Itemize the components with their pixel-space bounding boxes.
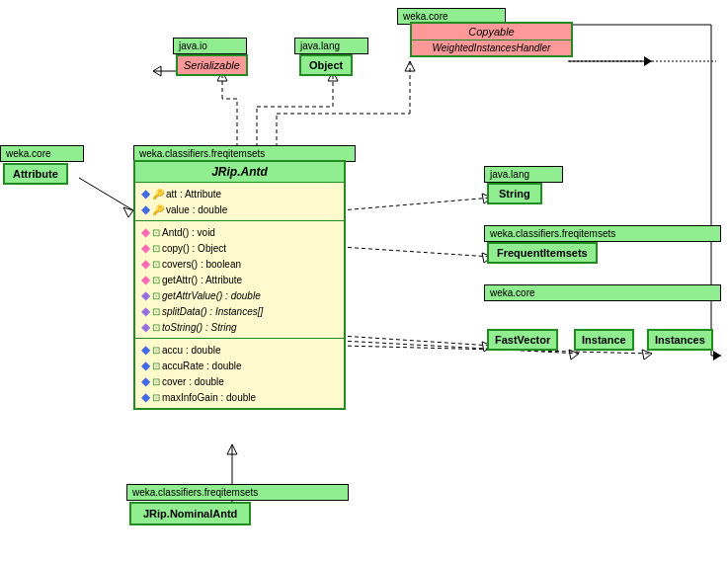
method-splitdata: ◆ ⊡ splitData() : Instances[] [141,303,338,319]
svg-line-24 [341,336,492,346]
class-serializable: Serializable [176,54,248,76]
attr-att: ◆ 🔑 att : Attribute [141,186,338,201]
class-jrip-antd-methods: ◆ ⊡ Antd() : void ◆ ⊡ copy() : Object ◆ … [135,221,344,339]
class-jrip-antd: JRip.Antd ◆ 🔑 att : Attribute ◆ 🔑 value … [133,160,346,410]
method-copy: ◆ ⊡ copy() : Object [141,240,338,256]
class-fastvector: FastVector [487,329,558,351]
attr-accurate: ◆ ⊡ accuRate : double [141,358,338,373]
class-object: Object [299,54,353,76]
method-getattrvalue: ◆ ⊡ getAttrValue() : double [141,287,338,303]
attr-cover: ◆ ⊡ cover : double [141,373,338,389]
package-java-lang-right: java.lang [484,166,563,183]
diagram-lines [0,0,728,562]
method-covers: ◆ ⊡ covers() : boolean [141,256,338,272]
attr-maxinfogain: ◆ ⊡ maxInfoGain : double [141,389,338,405]
attr-value: ◆ 🔑 value : double [141,201,338,217]
package-weka-classifiers-right: weka.classifiers.freqitemsets [484,225,721,242]
diagram-container: weka.core Copyable WeightedInstancesHand… [0,0,728,562]
svg-line-22 [341,247,492,257]
class-jrip-nominalantd: JRip.NominalAntd [129,502,251,525]
package-weka-core-bottom-right: weka.core [484,284,721,301]
attr-accu: ◆ ⊡ accu : double [141,342,338,358]
class-frequentitemsets: FrequentItemsets [487,242,598,264]
svg-marker-11 [405,61,415,71]
method-getattr: ◆ ⊡ getAttr() : Attribute [141,272,338,287]
class-copyable: Copyable [412,24,571,40]
class-jrip-antd-extra: ◆ ⊡ accu : double ◆ ⊡ accuRate : double … [135,339,344,408]
class-jrip-antd-attributes: ◆ 🔑 att : Attribute ◆ 🔑 value : double [135,183,344,221]
class-string: String [487,183,542,204]
class-instances: Instances [647,329,713,351]
svg-marker-31 [227,444,237,454]
svg-marker-19 [123,207,133,217]
svg-marker-27 [569,350,579,360]
package-weka-core-left: weka.core [0,145,84,162]
package-java-io: java.io [173,38,247,54]
class-jrip-antd-header: JRip.Antd [135,162,344,183]
svg-line-18 [79,178,133,210]
svg-marker-15 [644,56,652,66]
package-java-lang: java.lang [294,38,368,54]
class-instance: Instance [574,329,634,351]
svg-marker-36 [713,351,721,361]
class-weighted: WeightedInstancesHandler [412,40,571,55]
method-tostring: ◆ ⊡ toString() : String [141,319,338,335]
package-weka-classifiers-bottom: weka.classifiers.freqitemsets [126,484,349,501]
svg-line-20 [341,198,492,210]
method-antd: ◆ ⊡ Antd() : void [141,224,338,240]
svg-marker-17 [153,66,161,76]
svg-marker-29 [642,350,652,360]
class-attribute: Attribute [3,163,68,185]
